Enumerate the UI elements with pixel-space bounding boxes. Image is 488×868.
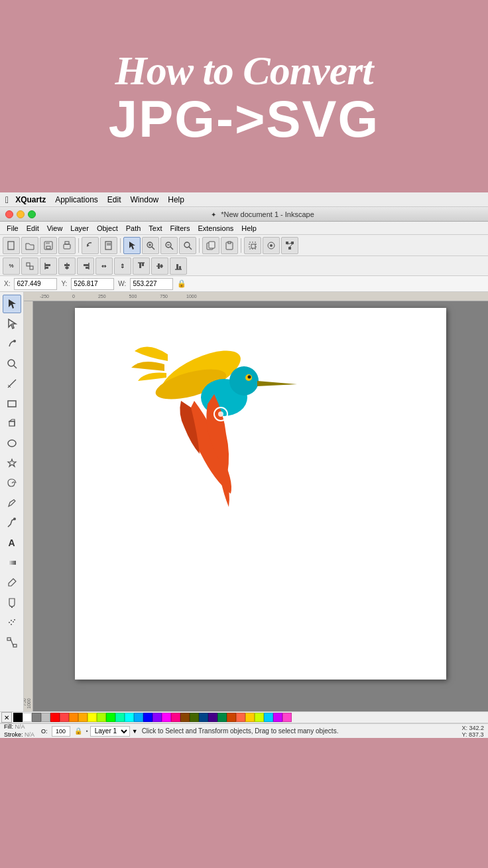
color-mint[interactable]: [115, 713, 125, 722]
help-menu-ink[interactable]: Help: [237, 224, 261, 232]
color-navy[interactable]: [199, 713, 208, 722]
pencil-tool[interactable]: [3, 494, 21, 512]
tweak-tool[interactable]: [3, 334, 21, 353]
path-menu[interactable]: Path: [122, 224, 145, 232]
snap-global[interactable]: %: [3, 257, 20, 275]
edit-menu[interactable]: Edit: [107, 195, 121, 204]
color-silver[interactable]: [41, 713, 50, 722]
lock-icon[interactable]: 🔒: [177, 279, 186, 288]
no-color-swatch[interactable]: ✕: [1, 712, 12, 723]
x-input[interactable]: [14, 278, 57, 290]
align-left[interactable]: [40, 257, 57, 275]
zoom-in-button[interactable]: [142, 237, 159, 254]
align-middle[interactable]: [151, 257, 168, 275]
star-tool[interactable]: [3, 454, 21, 472]
w-input[interactable]: [130, 278, 173, 290]
color-pink[interactable]: [171, 713, 180, 722]
color-rust[interactable]: [227, 713, 236, 722]
color-light-blue[interactable]: [264, 713, 273, 722]
zoom-out-button[interactable]: [160, 237, 178, 254]
color-gray[interactable]: [32, 713, 41, 722]
text-menu[interactable]: Text: [145, 224, 166, 232]
color-teal[interactable]: [217, 713, 227, 722]
window-menu[interactable]: Window: [131, 195, 159, 204]
color-salmon[interactable]: [236, 713, 245, 722]
text-tool[interactable]: A: [3, 534, 21, 552]
opacity-input[interactable]: [52, 726, 70, 737]
color-olive[interactable]: [190, 713, 199, 722]
color-skyblue[interactable]: [134, 713, 143, 722]
dropper-tool[interactable]: [3, 573, 21, 592]
color-magenta[interactable]: [162, 713, 171, 722]
color-purple[interactable]: [152, 713, 162, 722]
zoom-tool[interactable]: [3, 354, 21, 373]
align-top[interactable]: [133, 257, 150, 275]
color-hot-pink[interactable]: [282, 713, 292, 722]
xquartz-menu[interactable]: XQuartz: [15, 195, 46, 204]
paint-bucket-tool[interactable]: [3, 593, 21, 612]
canvas-scroll[interactable]: [33, 301, 488, 711]
maximize-button[interactable]: [28, 210, 36, 218]
color-red[interactable]: [50, 713, 60, 722]
new-doc-button[interactable]: [100, 237, 117, 254]
select-tool[interactable]: [3, 295, 21, 313]
applications-menu[interactable]: Applications: [55, 195, 98, 204]
color-lightred[interactable]: [60, 713, 69, 722]
align-center[interactable]: [58, 257, 76, 275]
lock-fill-icon[interactable]: 🔒: [74, 727, 82, 735]
color-yellow-green[interactable]: [255, 713, 264, 722]
apple-logo-icon[interactable]: : [5, 194, 9, 205]
pen-tool[interactable]: [3, 514, 21, 532]
help-menu[interactable]: Help: [168, 195, 184, 204]
open-button[interactable]: [21, 237, 38, 254]
file-menu[interactable]: File: [3, 224, 23, 232]
layer-select[interactable]: Layer 1: [90, 726, 130, 737]
layer-menu[interactable]: Layer: [66, 224, 93, 232]
y-input[interactable]: [71, 278, 114, 290]
color-gold[interactable]: [245, 713, 255, 722]
color-yellow[interactable]: [88, 713, 97, 722]
edit-menu-ink[interactable]: Edit: [23, 224, 43, 232]
copy-button[interactable]: [202, 237, 219, 254]
save-button[interactable]: [40, 237, 57, 254]
color-blue[interactable]: [143, 713, 152, 722]
color-orange[interactable]: [69, 713, 78, 722]
node-tool[interactable]: [3, 315, 21, 333]
print-button[interactable]: [58, 237, 76, 254]
distribute-v[interactable]: ⇕: [114, 257, 131, 275]
transform-button[interactable]: [244, 237, 261, 254]
color-cyan[interactable]: [125, 713, 134, 722]
new-button[interactable]: [3, 237, 20, 254]
color-indigo[interactable]: [208, 713, 217, 722]
distribute-h[interactable]: ⇔: [95, 257, 113, 275]
measure-tool[interactable]: [3, 374, 21, 393]
color-black[interactable]: [13, 713, 23, 722]
edit-nodes-button[interactable]: [281, 237, 298, 254]
color-green[interactable]: [106, 713, 115, 722]
color-violet[interactable]: [273, 713, 282, 722]
color-white[interactable]: [23, 713, 32, 722]
color-brown[interactable]: [180, 713, 190, 722]
extensions-menu[interactable]: Extensions: [194, 224, 237, 232]
align-right[interactable]: [77, 257, 94, 275]
minimize-button[interactable]: [17, 210, 25, 218]
undo-button[interactable]: [82, 237, 99, 254]
arrow-tool[interactable]: [123, 237, 141, 254]
view-menu[interactable]: View: [43, 224, 67, 232]
paste-button[interactable]: [221, 237, 238, 254]
3d-box-tool[interactable]: [3, 414, 21, 433]
connector-tool[interactable]: [3, 633, 21, 652]
color-lime[interactable]: [97, 713, 106, 722]
snap-button[interactable]: [263, 237, 280, 254]
close-button[interactable]: [5, 210, 13, 218]
object-menu[interactable]: Object: [93, 224, 122, 232]
spiral-tool[interactable]: [3, 474, 21, 492]
align-bottom[interactable]: [170, 257, 187, 275]
spray-tool[interactable]: [3, 613, 21, 632]
color-amber[interactable]: [78, 713, 88, 722]
filters-menu[interactable]: Filters: [166, 224, 194, 232]
snap-nodes[interactable]: [21, 257, 38, 275]
gradient-tool[interactable]: [3, 553, 21, 572]
rect-tool[interactable]: [3, 394, 21, 413]
zoom-fit-button[interactable]: [179, 237, 196, 254]
